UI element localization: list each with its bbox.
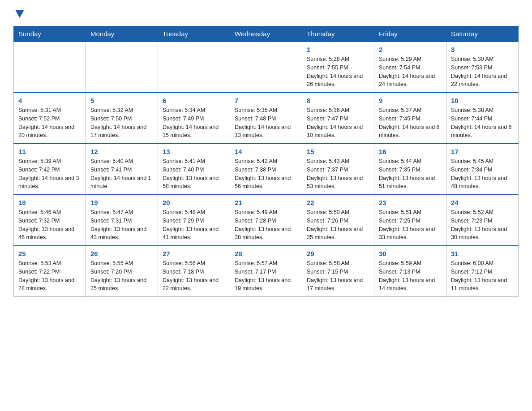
day-number: 1: [307, 46, 369, 53]
day-info: Sunrise: 5:30 AMSunset: 7:53 PMDaylight:…: [451, 55, 514, 89]
day-number: 11: [18, 148, 81, 155]
day-info: Sunrise: 5:32 AMSunset: 7:50 PMDaylight:…: [90, 106, 153, 140]
day-info: Sunrise: 5:38 AMSunset: 7:44 PMDaylight:…: [451, 106, 514, 140]
day-info: Sunrise: 5:41 AMSunset: 7:40 PMDaylight:…: [163, 157, 225, 191]
week-row-2: 4Sunrise: 5:31 AMSunset: 7:52 PMDaylight…: [14, 93, 519, 144]
calendar-cell: 19Sunrise: 5:47 AMSunset: 7:31 PMDayligh…: [86, 195, 158, 246]
day-info: Sunrise: 5:29 AMSunset: 7:54 PMDaylight:…: [379, 55, 442, 89]
calendar-cell: 15Sunrise: 5:43 AMSunset: 7:37 PMDayligh…: [302, 144, 374, 195]
day-number: 4: [18, 97, 81, 104]
calendar-cell: 25Sunrise: 5:53 AMSunset: 7:22 PMDayligh…: [14, 246, 86, 297]
week-row-1: 1Sunrise: 5:28 AMSunset: 7:55 PMDaylight…: [14, 42, 519, 93]
calendar-cell: 18Sunrise: 5:46 AMSunset: 7:32 PMDayligh…: [14, 195, 86, 246]
day-info: Sunrise: 5:49 AMSunset: 7:28 PMDaylight:…: [235, 208, 297, 242]
calendar-cell: 30Sunrise: 5:59 AMSunset: 7:13 PMDayligh…: [374, 246, 446, 297]
day-info: Sunrise: 5:50 AMSunset: 7:26 PMDaylight:…: [307, 208, 369, 242]
day-number: 13: [163, 148, 225, 155]
calendar-header-sunday: Sunday: [14, 26, 86, 42]
calendar-cell: 21Sunrise: 5:49 AMSunset: 7:28 PMDayligh…: [230, 195, 302, 246]
day-info: Sunrise: 5:57 AMSunset: 7:17 PMDaylight:…: [235, 259, 297, 293]
calendar-cell: 10Sunrise: 5:38 AMSunset: 7:44 PMDayligh…: [446, 93, 519, 144]
day-info: Sunrise: 5:35 AMSunset: 7:48 PMDaylight:…: [235, 106, 297, 140]
day-info: Sunrise: 5:40 AMSunset: 7:41 PMDaylight:…: [90, 157, 153, 191]
calendar-cell: 12Sunrise: 5:40 AMSunset: 7:41 PMDayligh…: [86, 144, 158, 195]
calendar-cell: 16Sunrise: 5:44 AMSunset: 7:35 PMDayligh…: [374, 144, 446, 195]
week-row-4: 18Sunrise: 5:46 AMSunset: 7:32 PMDayligh…: [14, 195, 519, 246]
calendar-cell: 3Sunrise: 5:30 AMSunset: 7:53 PMDaylight…: [446, 42, 519, 93]
day-number: 23: [379, 199, 442, 206]
logo-arrow-icon: [15, 10, 24, 18]
calendar-cell: 24Sunrise: 5:52 AMSunset: 7:23 PMDayligh…: [446, 195, 519, 246]
day-number: 21: [235, 199, 297, 206]
calendar-header-saturday: Saturday: [446, 26, 519, 42]
calendar-cell: 28Sunrise: 5:57 AMSunset: 7:17 PMDayligh…: [230, 246, 302, 297]
week-row-3: 11Sunrise: 5:39 AMSunset: 7:42 PMDayligh…: [14, 144, 519, 195]
day-number: 9: [379, 97, 442, 104]
day-info: Sunrise: 5:46 AMSunset: 7:32 PMDaylight:…: [18, 208, 81, 242]
day-number: 24: [451, 199, 514, 206]
day-number: 30: [379, 250, 442, 257]
calendar-cell: 9Sunrise: 5:37 AMSunset: 7:45 PMDaylight…: [374, 93, 446, 144]
day-number: 31: [451, 250, 514, 257]
day-number: 14: [235, 148, 297, 155]
calendar-cell: [230, 42, 302, 93]
day-number: 25: [18, 250, 81, 257]
day-number: 17: [451, 148, 514, 155]
calendar-cell: 29Sunrise: 5:58 AMSunset: 7:15 PMDayligh…: [302, 246, 374, 297]
calendar-cell: [86, 42, 158, 93]
day-number: 6: [163, 97, 225, 104]
day-number: 12: [90, 148, 153, 155]
day-info: Sunrise: 5:31 AMSunset: 7:52 PMDaylight:…: [18, 106, 81, 140]
day-number: 28: [235, 250, 297, 257]
day-info: Sunrise: 5:37 AMSunset: 7:45 PMDaylight:…: [379, 106, 442, 140]
day-number: 8: [307, 97, 369, 104]
day-info: Sunrise: 5:43 AMSunset: 7:37 PMDaylight:…: [307, 157, 369, 191]
calendar-cell: [158, 42, 230, 93]
calendar-cell: 7Sunrise: 5:35 AMSunset: 7:48 PMDaylight…: [230, 93, 302, 144]
calendar-cell: 4Sunrise: 5:31 AMSunset: 7:52 PMDaylight…: [14, 93, 86, 144]
calendar-cell: 17Sunrise: 5:45 AMSunset: 7:34 PMDayligh…: [446, 144, 519, 195]
page-header: [13, 9, 519, 18]
calendar-cell: 26Sunrise: 5:55 AMSunset: 7:20 PMDayligh…: [86, 246, 158, 297]
calendar-cell: 27Sunrise: 5:56 AMSunset: 7:18 PMDayligh…: [158, 246, 230, 297]
calendar-cell: 31Sunrise: 6:00 AMSunset: 7:12 PMDayligh…: [446, 246, 519, 297]
calendar-cell: 11Sunrise: 5:39 AMSunset: 7:42 PMDayligh…: [14, 144, 86, 195]
day-number: 26: [90, 250, 153, 257]
calendar-cell: 22Sunrise: 5:50 AMSunset: 7:26 PMDayligh…: [302, 195, 374, 246]
calendar-cell: 20Sunrise: 5:48 AMSunset: 7:29 PMDayligh…: [158, 195, 230, 246]
day-info: Sunrise: 5:42 AMSunset: 7:38 PMDaylight:…: [235, 157, 297, 191]
day-number: 29: [307, 250, 369, 257]
day-info: Sunrise: 5:55 AMSunset: 7:20 PMDaylight:…: [90, 259, 153, 293]
calendar-cell: [14, 42, 86, 93]
day-info: Sunrise: 5:51 AMSunset: 7:25 PMDaylight:…: [379, 208, 442, 242]
day-info: Sunrise: 5:36 AMSunset: 7:47 PMDaylight:…: [307, 106, 369, 140]
day-info: Sunrise: 5:28 AMSunset: 7:55 PMDaylight:…: [307, 55, 369, 89]
day-info: Sunrise: 6:00 AMSunset: 7:12 PMDaylight:…: [451, 259, 514, 293]
day-info: Sunrise: 5:56 AMSunset: 7:18 PMDaylight:…: [163, 259, 225, 293]
day-info: Sunrise: 5:45 AMSunset: 7:34 PMDaylight:…: [451, 157, 514, 191]
calendar-cell: 5Sunrise: 5:32 AMSunset: 7:50 PMDaylight…: [86, 93, 158, 144]
logo: [13, 9, 24, 18]
day-info: Sunrise: 5:53 AMSunset: 7:22 PMDaylight:…: [18, 259, 81, 293]
day-info: Sunrise: 5:48 AMSunset: 7:29 PMDaylight:…: [163, 208, 225, 242]
day-number: 16: [379, 148, 442, 155]
calendar-cell: 6Sunrise: 5:34 AMSunset: 7:49 PMDaylight…: [158, 93, 230, 144]
calendar-header-friday: Friday: [374, 26, 446, 42]
calendar-table: SundayMondayTuesdayWednesdayThursdayFrid…: [13, 26, 519, 297]
logo-general: [13, 9, 24, 18]
day-info: Sunrise: 5:47 AMSunset: 7:31 PMDaylight:…: [90, 208, 153, 242]
calendar-header-tuesday: Tuesday: [158, 26, 230, 42]
day-number: 5: [90, 97, 153, 104]
day-number: 27: [163, 250, 225, 257]
day-info: Sunrise: 5:52 AMSunset: 7:23 PMDaylight:…: [451, 208, 514, 242]
day-info: Sunrise: 5:39 AMSunset: 7:42 PMDaylight:…: [18, 157, 81, 191]
day-number: 10: [451, 97, 514, 104]
calendar-cell: 2Sunrise: 5:29 AMSunset: 7:54 PMDaylight…: [374, 42, 446, 93]
day-number: 22: [307, 199, 369, 206]
day-number: 19: [90, 199, 153, 206]
calendar-cell: 14Sunrise: 5:42 AMSunset: 7:38 PMDayligh…: [230, 144, 302, 195]
day-info: Sunrise: 5:34 AMSunset: 7:49 PMDaylight:…: [163, 106, 225, 140]
day-number: 3: [451, 46, 514, 53]
calendar-cell: 23Sunrise: 5:51 AMSunset: 7:25 PMDayligh…: [374, 195, 446, 246]
day-number: 7: [235, 97, 297, 104]
